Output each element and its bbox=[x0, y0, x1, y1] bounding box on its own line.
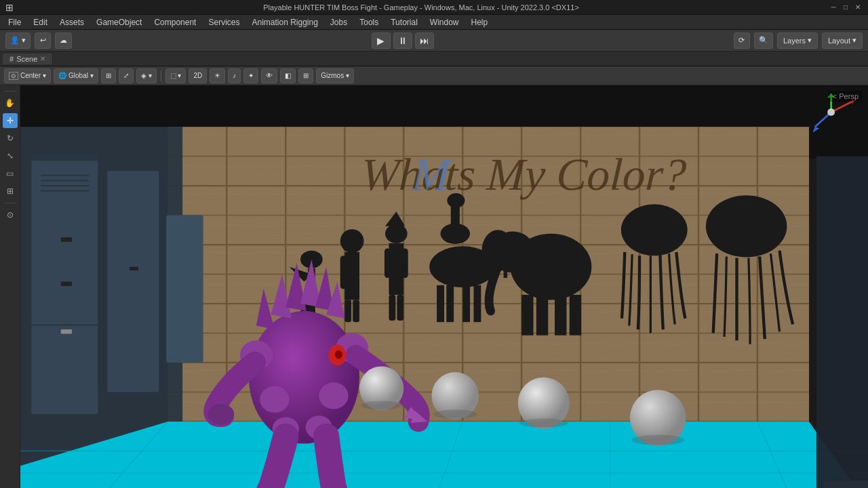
audio-button[interactable]: ♪ bbox=[228, 68, 241, 83]
left-tool-panel: ✋ ✛ ↻ ⤡ ▭ ⊞ ⊙ bbox=[0, 85, 20, 488]
snap-button[interactable]: ⤢ bbox=[119, 68, 134, 83]
svg-rect-34 bbox=[344, 300, 351, 323]
svg-rect-49 bbox=[462, 285, 470, 322]
svg-rect-33 bbox=[353, 256, 359, 289]
play-button[interactable]: ▶ bbox=[372, 33, 391, 49]
svg-point-45 bbox=[447, 193, 465, 208]
svg-rect-54 bbox=[521, 295, 533, 336]
svg-rect-39 bbox=[384, 248, 391, 277]
svg-rect-50 bbox=[473, 285, 481, 322]
layers-dropdown[interactable]: Layers ▾ bbox=[777, 33, 818, 49]
grid-button[interactable]: ⊞ bbox=[298, 68, 313, 83]
transform-tool[interactable]: ⊞ bbox=[3, 184, 18, 199]
custom-tool[interactable]: ⊙ bbox=[3, 207, 18, 222]
menu-tutorial[interactable]: Tutorial bbox=[385, 16, 423, 28]
account-icon: 👤 bbox=[10, 36, 20, 45]
svg-point-30 bbox=[340, 229, 364, 253]
menu-gameobject[interactable]: GameObject bbox=[91, 16, 147, 28]
svg-text:Whats My Color?: Whats My Color? bbox=[360, 149, 688, 200]
grid-snap-button[interactable]: ⊞ bbox=[101, 68, 116, 83]
space-label: Global bbox=[68, 72, 88, 79]
svg-rect-73 bbox=[166, 216, 203, 363]
scene-tab-hash: # bbox=[9, 55, 14, 63]
render-2d-button[interactable]: 2D bbox=[189, 68, 207, 83]
hidden-button[interactable]: 👁 bbox=[261, 68, 277, 83]
unity-icon: ⊞ bbox=[5, 2, 14, 13]
svg-rect-72 bbox=[41, 190, 89, 192]
svg-point-92 bbox=[260, 386, 289, 413]
svg-rect-71 bbox=[41, 185, 89, 186]
scene-tab-close[interactable]: ✕ bbox=[40, 55, 45, 62]
menu-services[interactable]: Services bbox=[203, 16, 245, 28]
move-tool[interactable]: ✛ bbox=[3, 113, 18, 128]
sep1 bbox=[161, 70, 161, 81]
account-button[interactable]: 👤 ▾ bbox=[5, 33, 31, 49]
menu-component[interactable]: Component bbox=[149, 16, 201, 28]
svg-point-93 bbox=[319, 382, 348, 409]
lighting-button[interactable]: ☀ bbox=[210, 68, 225, 83]
pivot-dropdown[interactable]: ⊙ Center ▾ bbox=[4, 68, 51, 83]
svg-point-120 bbox=[827, 108, 835, 116]
search-button[interactable]: 🔍 bbox=[754, 33, 773, 49]
tool-sep-top bbox=[4, 91, 16, 92]
rotate-tool[interactable]: ↻ bbox=[3, 131, 18, 146]
pivot-label: Center bbox=[20, 72, 41, 79]
svg-rect-64 bbox=[31, 157, 98, 161]
svg-rect-48 bbox=[446, 285, 454, 322]
extra-button[interactable]: ◈ ▾ bbox=[136, 68, 157, 83]
svg-rect-44 bbox=[451, 204, 460, 237]
menu-assets[interactable]: Assets bbox=[54, 16, 90, 28]
svg-rect-41 bbox=[389, 295, 395, 321]
svg-point-36 bbox=[385, 224, 408, 243]
scene-tab[interactable]: # Scene ✕ bbox=[3, 54, 53, 64]
svg-rect-47 bbox=[437, 285, 444, 322]
svg-point-83 bbox=[249, 311, 359, 444]
layers-chevron: ▾ bbox=[808, 36, 812, 45]
space-dropdown[interactable]: 🌐 Global ▾ bbox=[54, 68, 98, 83]
step-button[interactable]: ⏭ bbox=[415, 33, 434, 49]
menu-file[interactable]: File bbox=[3, 16, 26, 28]
close-button[interactable]: ✕ bbox=[853, 3, 863, 12]
undo-button[interactable]: ↩ bbox=[35, 33, 51, 49]
hand-tool[interactable]: ✋ bbox=[3, 96, 18, 110]
svg-point-105 bbox=[361, 401, 402, 409]
svg-point-103 bbox=[335, 350, 342, 359]
svg-point-109 bbox=[519, 419, 568, 428]
gizmos-button[interactable]: Gizmos ▾ bbox=[316, 68, 354, 83]
layout-chevron: ▾ bbox=[852, 36, 856, 45]
pivot-icon: ⊙ bbox=[9, 72, 18, 80]
scene-view[interactable]: Whats My Color? M bbox=[20, 85, 868, 488]
title-bar: ⊞ Playable HUNTER TIM Boss Fight - Gamep… bbox=[0, 0, 868, 15]
menu-help[interactable]: Help bbox=[466, 16, 494, 28]
svg-rect-112 bbox=[816, 157, 868, 488]
shading-button[interactable]: ⬚ ▾ bbox=[165, 68, 186, 83]
rect-tool[interactable]: ▭ bbox=[3, 166, 18, 181]
pause-button[interactable]: ⏸ bbox=[393, 33, 412, 49]
cloud-button[interactable]: ☁ bbox=[55, 33, 72, 49]
main-layout: ✋ ✛ ↻ ⤡ ▭ ⊞ ⊙ bbox=[0, 85, 868, 488]
menu-bar: File Edit Assets GameObject Component Se… bbox=[0, 15, 868, 30]
menu-window[interactable]: Window bbox=[425, 16, 465, 28]
layout-dropdown[interactable]: Layout ▾ bbox=[822, 33, 863, 49]
effects-button[interactable]: ✦ bbox=[243, 68, 258, 83]
svg-rect-56 bbox=[555, 295, 566, 336]
toggle-button[interactable]: ◧ bbox=[280, 68, 296, 83]
svg-rect-113 bbox=[824, 481, 868, 488]
minimize-button[interactable]: ─ bbox=[829, 3, 838, 12]
menu-edit[interactable]: Edit bbox=[28, 16, 53, 28]
svg-rect-70 bbox=[41, 180, 89, 181]
menu-animation-rigging[interactable]: Animation Rigging bbox=[246, 16, 323, 28]
svg-rect-32 bbox=[340, 256, 347, 289]
svg-point-96 bbox=[208, 404, 234, 424]
space-icon: 🌐 bbox=[58, 72, 66, 79]
svg-rect-62 bbox=[61, 237, 72, 242]
history-button[interactable]: ⟳ bbox=[734, 33, 750, 49]
main-toolbar: 👤 ▾ ↩ ☁ ▶ ⏸ ⏭ ⟳ 🔍 Layers ▾ Layout ▾ bbox=[0, 30, 868, 52]
scale-tool[interactable]: ⤡ bbox=[3, 148, 18, 163]
menu-tools[interactable]: Tools bbox=[354, 16, 384, 28]
svg-rect-67 bbox=[130, 267, 138, 270]
svg-point-107 bbox=[433, 410, 477, 419]
scene-toolbar: ⊙ Center ▾ 🌐 Global ▾ ⊞ ⤢ ◈ ▾ ⬚ ▾ 2D ☀ ♪… bbox=[0, 66, 868, 85]
menu-jobs[interactable]: Jobs bbox=[325, 16, 353, 28]
maximize-button[interactable]: □ bbox=[841, 3, 850, 12]
